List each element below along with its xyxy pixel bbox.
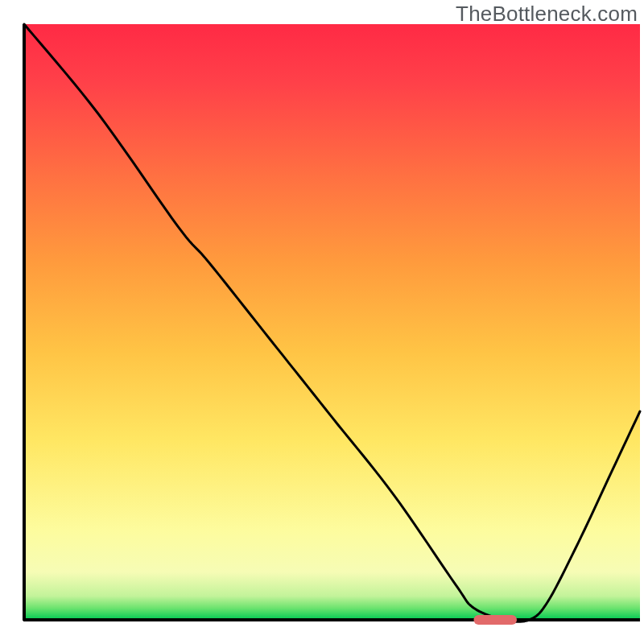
chart-svg [0,0,644,644]
chart-container: TheBottleneck.com [0,0,644,644]
watermark-text: TheBottleneck.com [456,2,638,27]
marker-pill [473,615,517,625]
chart-background [24,24,640,620]
